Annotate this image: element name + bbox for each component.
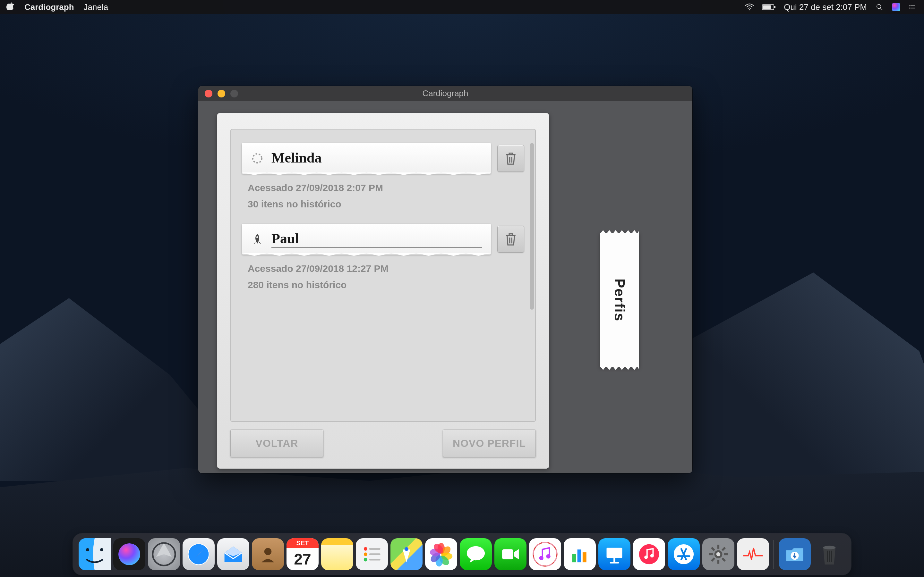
svg-rect-26	[369, 559, 381, 561]
svg-point-48	[639, 544, 659, 564]
svg-rect-46	[614, 558, 615, 562]
svg-point-0	[749, 9, 750, 10]
dock-keynote-icon[interactable]	[598, 538, 630, 570]
profile-name-label: Paul	[271, 230, 482, 248]
profile-name-label: Melinda	[271, 150, 482, 167]
dock-launchpad-icon[interactable]	[148, 538, 180, 570]
svg-point-11	[909, 8, 910, 9]
profile-item: Melinda Acessado 27/09/2018 2:07 PM 30 i…	[242, 143, 524, 212]
window-minimize-button[interactable]	[218, 90, 225, 97]
battery-icon[interactable]	[762, 3, 776, 11]
dock-cardiograph-icon[interactable]	[737, 538, 769, 570]
menubar-clock[interactable]: Qui 27 de set 2:07 PM	[784, 2, 867, 12]
calendar-month-label: SET	[286, 538, 318, 548]
dock-photos-icon[interactable]	[425, 538, 457, 570]
dock-contacts-icon[interactable]	[252, 538, 284, 570]
siri-icon[interactable]	[892, 3, 900, 11]
svg-point-36	[467, 546, 485, 560]
dock-calendar-icon[interactable]: SET 27	[286, 538, 318, 570]
scrollbar-thumb[interactable]	[530, 143, 534, 309]
svg-point-4	[877, 5, 881, 9]
svg-rect-43	[577, 550, 582, 562]
notification-center-icon[interactable]	[908, 3, 918, 11]
svg-rect-66	[831, 551, 832, 562]
profiles-side-tab[interactable]: Perfis	[600, 233, 639, 367]
menubar: Cardiograph Janela Qui 27 de set 2:07 PM	[0, 0, 924, 14]
svg-point-15	[86, 548, 89, 551]
dock-maps-icon[interactable]	[391, 538, 423, 570]
app-window: Cardiograph Melinda	[198, 86, 692, 473]
svg-rect-44	[583, 552, 586, 562]
svg-rect-58	[711, 558, 715, 562]
rocket-icon	[251, 233, 264, 245]
dock-messages-icon[interactable]	[460, 538, 492, 570]
dock-downloads-icon[interactable]	[779, 538, 811, 570]
dock-reminders-icon[interactable]	[356, 538, 388, 570]
svg-point-49	[644, 556, 648, 559]
calendar-day-label: 27	[294, 548, 311, 570]
dock-trash-icon[interactable]	[813, 538, 845, 570]
dock-numbers-icon[interactable]	[564, 538, 596, 570]
window-maximize-button[interactable]	[230, 90, 238, 97]
svg-point-13	[256, 236, 258, 238]
back-button[interactable]: VOLTAR	[230, 430, 323, 457]
svg-rect-53	[717, 545, 719, 548]
svg-point-23	[364, 552, 367, 556]
dock-appstore-icon[interactable]	[668, 538, 700, 570]
profile-history-label: 280 itens no histórico	[248, 277, 521, 293]
menubar-menu-window[interactable]: Janela	[84, 2, 108, 12]
svg-point-63	[823, 546, 835, 550]
dock-mail-icon[interactable]	[217, 538, 249, 570]
dock-safari-icon[interactable]	[183, 538, 215, 570]
dock-music-icon[interactable]	[633, 538, 665, 570]
dock-system-preferences-icon[interactable]	[702, 538, 734, 570]
svg-point-61	[716, 552, 720, 556]
svg-rect-60	[722, 558, 726, 562]
new-profile-button[interactable]: NOVO PERFIL	[443, 430, 536, 457]
side-tab-label: Perfis	[612, 279, 628, 322]
window-body: Melinda Acessado 27/09/2018 2:07 PM 30 i…	[198, 101, 692, 473]
profile-item: Paul Acessado 27/09/2018 12:27 PM 280 it…	[242, 224, 524, 293]
svg-rect-59	[711, 547, 715, 551]
profile-card[interactable]: Melinda	[242, 143, 491, 174]
profile-meta: Acessado 27/09/2018 2:07 PM 30 itens no …	[242, 174, 524, 212]
delete-profile-button[interactable]	[497, 226, 524, 253]
dock-itunes-icon[interactable]	[529, 538, 561, 570]
svg-point-12	[253, 154, 262, 163]
svg-rect-65	[829, 551, 830, 562]
svg-point-50	[650, 554, 654, 558]
spotlight-icon[interactable]	[875, 3, 884, 11]
window-close-button[interactable]	[205, 90, 212, 97]
profile-accessed-label: Acessado 27/09/2018 2:07 PM	[248, 179, 521, 196]
svg-rect-2	[774, 6, 775, 8]
svg-point-16	[100, 548, 103, 551]
menubar-app-name[interactable]: Cardiograph	[24, 2, 74, 12]
dock-separator	[774, 540, 774, 569]
spinner-icon	[251, 152, 264, 165]
svg-rect-56	[724, 553, 728, 555]
svg-rect-57	[722, 547, 726, 551]
apple-menu-icon[interactable]	[6, 2, 15, 13]
profile-card[interactable]: Paul	[242, 224, 491, 255]
svg-rect-54	[717, 560, 719, 564]
svg-rect-3	[763, 5, 771, 9]
svg-rect-64	[827, 551, 828, 562]
svg-rect-37	[502, 549, 513, 559]
dock-notes-icon[interactable]	[321, 538, 353, 570]
profiles-panel: Melinda Acessado 27/09/2018 2:07 PM 30 i…	[217, 113, 549, 469]
svg-rect-45	[607, 548, 622, 558]
svg-point-27	[405, 547, 409, 551]
svg-rect-47	[610, 562, 619, 563]
dock-finder-icon[interactable]	[79, 538, 111, 570]
dock: SET 27	[70, 533, 854, 575]
window-titlebar[interactable]: Cardiograph	[198, 86, 692, 101]
profile-history-label: 30 itens no histórico	[248, 196, 521, 212]
svg-rect-55	[709, 553, 712, 555]
svg-point-39	[531, 541, 559, 568]
profiles-list-frame: Melinda Acessado 27/09/2018 2:07 PM 30 i…	[230, 129, 536, 422]
wifi-icon[interactable]	[745, 3, 754, 11]
delete-profile-button[interactable]	[497, 145, 524, 172]
dock-facetime-icon[interactable]	[494, 538, 527, 570]
svg-point-21	[364, 547, 367, 551]
dock-siri-icon[interactable]	[113, 538, 145, 570]
